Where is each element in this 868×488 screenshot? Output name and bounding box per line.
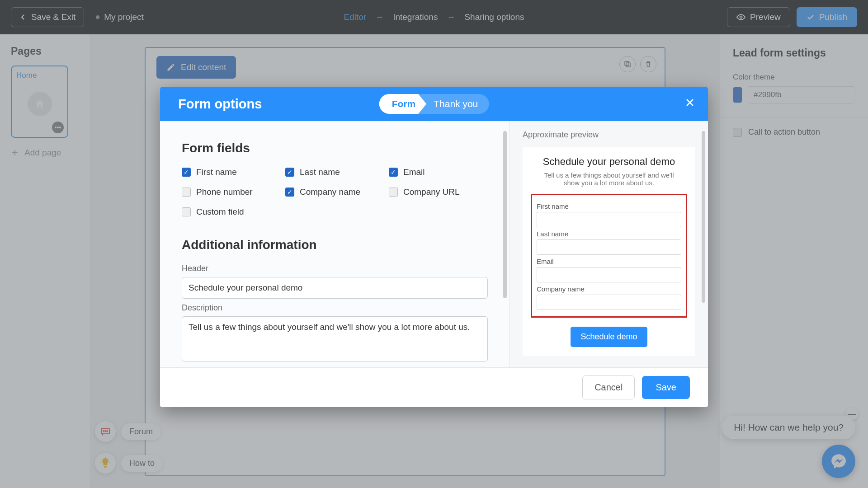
checkbox-icon[interactable] bbox=[389, 188, 398, 197]
description-label: Description bbox=[182, 303, 488, 313]
field-phone[interactable]: Phone number bbox=[182, 187, 281, 197]
modal-header: Form options Form Thank you bbox=[160, 87, 708, 121]
field-email[interactable]: Email bbox=[389, 167, 488, 177]
field-company-url[interactable]: Company URL bbox=[389, 187, 488, 197]
header-label: Header bbox=[182, 264, 488, 273]
preview-field-label: Last name bbox=[537, 230, 681, 238]
preview-input bbox=[537, 267, 681, 282]
field-company-name[interactable]: Company name bbox=[285, 187, 384, 197]
preview-field-label: First name bbox=[537, 202, 681, 210]
modal-title: Form options bbox=[178, 97, 262, 112]
preview-form-highlight: First name Last name Email Company name bbox=[531, 194, 687, 318]
field-last-name[interactable]: Last name bbox=[285, 167, 384, 177]
checkbox-icon[interactable] bbox=[182, 188, 191, 197]
scrollbar[interactable] bbox=[702, 131, 705, 303]
scrollbar[interactable] bbox=[503, 131, 507, 298]
preview-subtitle: Tell us a few things about yourself and … bbox=[531, 171, 687, 187]
tab-form[interactable]: Form bbox=[379, 94, 427, 114]
checkbox-icon[interactable] bbox=[285, 168, 294, 177]
modal-right-panel: Approximate preview Schedule your person… bbox=[509, 121, 708, 367]
section-form-fields: Form fields bbox=[182, 141, 488, 155]
checkbox-icon[interactable] bbox=[182, 168, 191, 177]
close-icon[interactable] bbox=[684, 97, 695, 111]
field-first-name[interactable]: First name bbox=[182, 167, 281, 177]
checkbox-icon[interactable] bbox=[182, 207, 191, 216]
tab-thank-you[interactable]: Thank you bbox=[417, 94, 489, 114]
save-button[interactable]: Save bbox=[642, 376, 690, 399]
checkbox-icon[interactable] bbox=[389, 168, 398, 177]
checkbox-icon[interactable] bbox=[285, 188, 294, 197]
preview-submit-button: Schedule demo bbox=[571, 327, 647, 347]
approximate-preview-label: Approximate preview bbox=[523, 130, 695, 140]
preview-input bbox=[537, 212, 681, 227]
cancel-button[interactable]: Cancel bbox=[582, 375, 635, 399]
preview-field-label: Company name bbox=[537, 285, 681, 293]
modal-footer: Cancel Save bbox=[160, 367, 708, 407]
section-additional: Additional information bbox=[182, 238, 488, 252]
modal-form-options: Form options Form Thank you Form fields … bbox=[160, 87, 708, 407]
preview-input bbox=[537, 295, 681, 310]
modal-tabs: Form Thank you bbox=[379, 94, 489, 114]
preview-input bbox=[537, 239, 681, 255]
header-input[interactable] bbox=[182, 277, 488, 299]
description-input[interactable]: Tell us a few things about yourself and … bbox=[182, 316, 488, 361]
modal-left-panel: Form fields First name Last name Email P… bbox=[160, 121, 509, 367]
preview-title: Schedule your personal demo bbox=[531, 156, 687, 168]
preview-field-label: Email bbox=[537, 258, 681, 265]
preview-card: Schedule your personal demo Tell us a fe… bbox=[523, 147, 695, 356]
field-custom[interactable]: Custom field bbox=[182, 207, 281, 217]
